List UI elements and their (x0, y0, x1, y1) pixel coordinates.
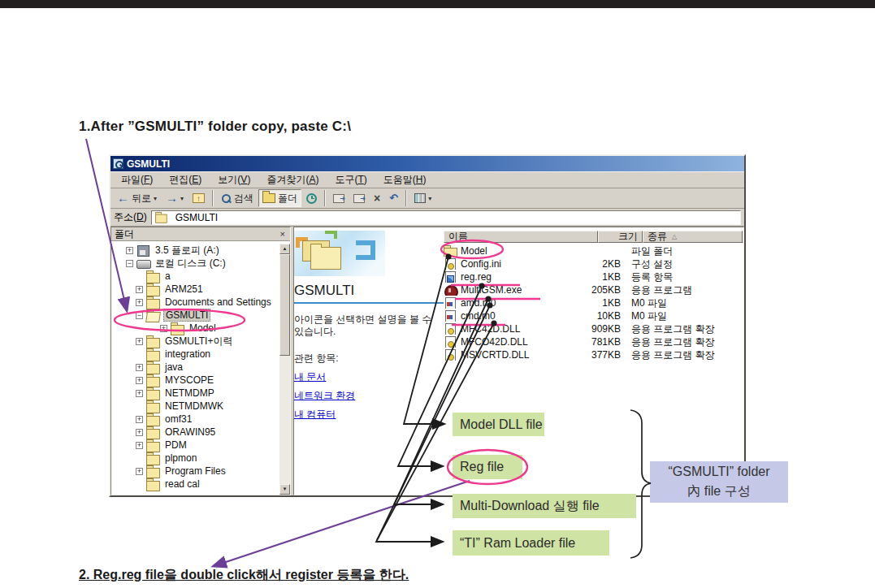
tree-item-integration[interactable]: integration (111, 348, 279, 361)
toolbar-button-back[interactable]: ←뒤로▾ (113, 189, 161, 207)
toolbar-button-views[interactable]: ▾ (410, 189, 435, 207)
tree-item-pdm[interactable]: +PDM (111, 439, 279, 452)
tree-item-read-cal[interactable]: read cal (111, 478, 279, 491)
toolbar-button-delete[interactable]: × (370, 189, 384, 207)
toolbar-button-move-to[interactable] (329, 189, 349, 207)
scrollbar-thumb[interactable] (279, 254, 290, 356)
file-row-model[interactable]: Model파일 폴더 (444, 244, 743, 257)
expand-plus-icon[interactable]: + (136, 338, 143, 345)
folders-pane-title: 폴더 (115, 227, 134, 241)
annotation-model-dll-label: Model DLL file (453, 413, 544, 436)
collapse-minus-icon[interactable]: − (126, 260, 133, 267)
menu-item-e[interactable]: 편집(E) (162, 171, 209, 188)
tree-item-netmdmp[interactable]: +NETMDMP (111, 387, 279, 400)
expand-plus-icon[interactable]: + (136, 377, 143, 384)
toolbar-button-up[interactable]: ↑ (188, 189, 209, 207)
address-input[interactable]: GSMULTI (151, 210, 741, 225)
views-icon (414, 193, 426, 203)
file-type-cell: 등록 항목 (626, 270, 673, 284)
tree-item-gsmulti-[interactable]: +GSMULTI+이력 (111, 335, 279, 348)
file-row-mfco42d-dll[interactable]: MFCO42D.DLL781KB응용 프로그램 확장 (444, 335, 743, 348)
folder-icon (146, 297, 159, 308)
tree-item-java[interactable]: +java (111, 361, 279, 374)
column-header-type[interactable]: 종류△ (643, 231, 743, 243)
folder-icon (146, 479, 159, 490)
collapse-minus-icon[interactable]: − (136, 312, 143, 319)
file-size-cell: 10KB (581, 310, 626, 322)
toolbar-button-folders[interactable]: 폴더 (258, 189, 301, 207)
column-header-size[interactable]: 크기 (598, 231, 643, 243)
webview-link-내-컴퓨터[interactable]: 내 컴퓨터 (294, 408, 336, 422)
file-type-cell: 응용 프로그램 확장 (626, 322, 715, 336)
scroll-down-icon[interactable]: ▼ (279, 484, 290, 495)
folder-icon (146, 414, 159, 425)
file-size-cell: 781KB (581, 336, 626, 348)
file-list: Model파일 폴더Config.ini2KB구성 설정reg.reg1KB등록… (444, 244, 743, 361)
toolbar-button-undo[interactable]: ↶ (385, 189, 402, 207)
drive-icon (136, 258, 149, 269)
toolbar-button-search[interactable]: 검색 (217, 189, 258, 207)
window-titlebar[interactable]: GSMULTI (110, 156, 744, 171)
tree-item-documents-and-settings[interactable]: +Documents and Settings (111, 296, 279, 309)
file-type-cell: 응용 프로그램 확장 (626, 348, 715, 362)
sort-ascending-icon: △ (672, 233, 677, 240)
file-row-reg-reg[interactable]: reg.reg1KB등록 항목 (444, 270, 743, 283)
expand-plus-icon[interactable]: + (136, 429, 143, 436)
folder-icon (146, 466, 159, 477)
file-row-config-ini[interactable]: Config.ini2KB구성 설정 (444, 257, 743, 270)
tree-item-3-5-a-[interactable]: +3.5 플로피 (A:) (111, 244, 279, 257)
tree-item--c-[interactable]: −로컬 디스크 (C:) (111, 257, 279, 270)
toolbar-button-forward[interactable]: →▾ (162, 189, 188, 207)
tree-item-plpmon[interactable]: plpmon (111, 452, 279, 465)
tree-item-program-files[interactable]: +Program Files (111, 465, 279, 478)
close-pane-icon[interactable]: × (279, 229, 287, 239)
webview-link-내-문서[interactable]: 내 문서 (294, 370, 326, 384)
menu-item-v[interactable]: 보기(V) (210, 171, 258, 188)
toolbar-button-history[interactable] (302, 189, 321, 207)
file-name-cell: reg.reg (444, 271, 581, 283)
file-type-cell: M0 파일 (626, 309, 667, 323)
tree-item-a[interactable]: a (111, 270, 279, 283)
tree-item-netmdmwk[interactable]: NETMDMWK (111, 400, 279, 413)
tree-item-myscope[interactable]: +MYSCOPE (111, 374, 279, 387)
file-row-mfc42d-dll[interactable]: MFC42D.DLL909KB응용 프로그램 확장 (444, 322, 743, 335)
tree-item-arm251[interactable]: +ARM251 (111, 283, 279, 296)
folder-icon (146, 440, 159, 451)
column-header-name[interactable]: 이름 (444, 231, 598, 243)
expand-plus-icon[interactable]: + (136, 390, 143, 397)
tree-scrollbar[interactable]: ▲ ▼ (279, 244, 290, 495)
expand-plus-icon[interactable]: + (136, 468, 143, 475)
tree-item-model[interactable]: +Model (111, 322, 279, 335)
menu-item-t[interactable]: 도구(T) (327, 171, 374, 188)
file-row-amd-m0[interactable]: amd.m01KBM0 파일 (444, 296, 743, 309)
registry-file-icon (444, 272, 457, 283)
expand-plus-icon[interactable]: + (136, 299, 143, 306)
explorer-window: GSMULTI 파일(F)편집(E)보기(V)즐겨찾기(A)도구(T)도움말(H… (109, 154, 746, 497)
file-type-cell: 파일 폴더 (626, 244, 673, 258)
expand-plus-icon[interactable]: + (136, 442, 143, 449)
dll-file-icon (444, 350, 457, 361)
menu-item-a[interactable]: 즐겨찾기(A) (259, 171, 326, 188)
expand-plus-icon[interactable]: + (136, 364, 143, 371)
toolbar-button-copy-to[interactable] (349, 189, 369, 207)
delete-icon: × (374, 192, 380, 204)
menu-item-f[interactable]: 파일(F) (114, 171, 160, 188)
webview-description: 아이콘을 선택하면 설명을 볼 수 있습니다. (294, 313, 443, 338)
file-row-multigsm-exe[interactable]: MultiGSM.exe205KB응용 프로그램 (444, 283, 743, 296)
m0-file-icon (444, 311, 457, 322)
file-row-msvcrtd-dll[interactable]: MSVCRTD.DLL377KB응용 프로그램 확장 (444, 348, 743, 361)
expand-plus-icon[interactable]: + (160, 325, 167, 332)
tree-item-omf31[interactable]: +omf31 (111, 413, 279, 426)
webview-link-네트워크-환경[interactable]: 네트워크 환경 (294, 389, 355, 403)
scroll-up-icon[interactable]: ▲ (279, 244, 290, 254)
file-row-cmd-m0[interactable]: cmd.m010KBM0 파일 (444, 309, 743, 322)
tree-item-gsmulti[interactable]: −GSMULTI (111, 309, 279, 322)
folder-icon (146, 336, 159, 347)
file-size-cell: 377KB (581, 349, 626, 361)
expand-plus-icon[interactable]: + (126, 247, 133, 254)
tree-item-label: java (163, 361, 184, 373)
tree-item-orawin95[interactable]: +ORAWIN95 (111, 426, 279, 439)
expand-plus-icon[interactable]: + (136, 416, 143, 423)
expand-plus-icon[interactable]: + (136, 286, 143, 293)
menu-item-h[interactable]: 도움말(H) (376, 171, 434, 188)
